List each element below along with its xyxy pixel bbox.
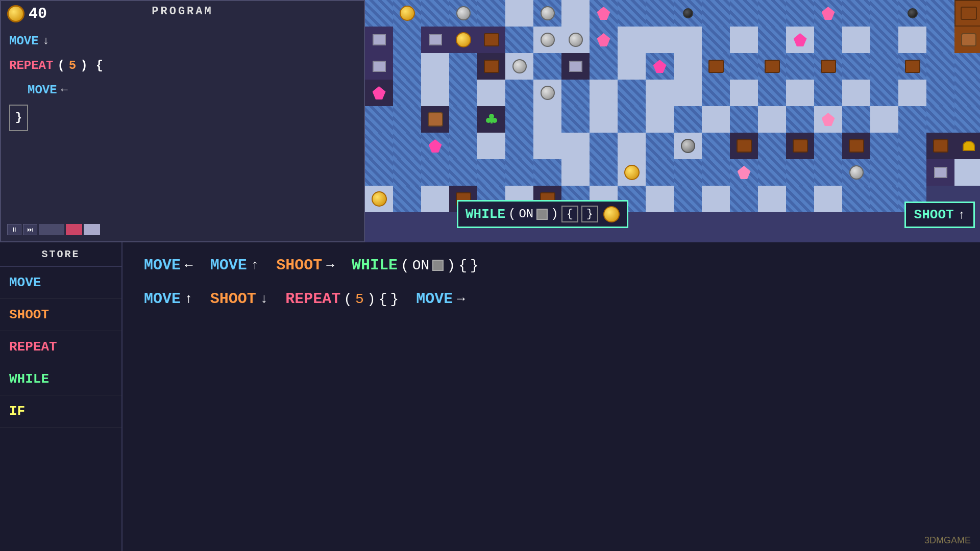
cmd-repeat-5[interactable]: REPEAT ( 5 ) { } [282, 288, 402, 310]
program-panel: 40 PROGRAM MOVE ↓ REPEAT ( 5 ) { MOVE [0, 0, 365, 242]
code-line-3: MOVE ← [28, 78, 103, 103]
shoot-arrow-popup: ↑ [958, 208, 965, 222]
cmd-move-right-arrow: → [457, 291, 465, 307]
cmd-repeat-brace-close: } [390, 291, 399, 307]
while-close-brace-popup[interactable]: } [581, 206, 598, 222]
cmd-repeat-paren-close: ) [367, 291, 376, 307]
program-code: MOVE ↓ REPEAT ( 5 ) { MOVE ← } [9, 29, 103, 131]
code-line-2: REPEAT ( 5 ) { [9, 54, 103, 78]
playback-controls: ⏸ ⏭ [7, 224, 100, 235]
program-header: PROGRAM [1, 1, 364, 22]
progress-bar-gray [39, 224, 64, 235]
cmd-while-on[interactable]: WHILE ( ON ) { } [349, 255, 482, 276]
command-row-2: MOVE ↑ SHOOT ↓ REPEAT ( 5 ) { } [141, 288, 962, 310]
cmd-while-paren-close: ) [447, 258, 455, 273]
cmd-move-up-arrow: ↑ [251, 258, 259, 273]
cmd-repeat-num: 5 [355, 291, 364, 307]
cmd-repeat-paren-open: ( [344, 291, 352, 307]
cmd-repeat-brace-open: { [379, 291, 387, 307]
cmd-while-on-text: ON [412, 258, 430, 273]
arrow-left-1: ← [61, 79, 68, 102]
cmd-move-left-arrow: ← [185, 258, 193, 273]
cmd-while-label: WHILE [352, 257, 398, 274]
close-brace-line: } [9, 105, 103, 131]
cmd-move-up[interactable]: MOVE ↑ [207, 255, 262, 276]
while-coin-icon [603, 206, 620, 222]
cmd-move-right[interactable]: MOVE → [413, 288, 468, 310]
game-map: WHILE ( ON ) { } SHOOT ↑ [365, 0, 980, 242]
svg-rect-4 [491, 120, 493, 123]
progress-bar-light [84, 224, 100, 235]
arrow-down-1: ↓ [43, 30, 50, 53]
while-keyword-popup: WHILE [465, 207, 505, 222]
store-item-repeat[interactable]: REPEAT [0, 331, 121, 363]
command-palette: MOVE ← MOVE ↑ SHOOT → WHILE ( ON [122, 242, 980, 551]
cmd-shoot-right-label: SHOOT [276, 257, 322, 274]
cmd-move-left[interactable]: MOVE ← [141, 255, 196, 276]
while-box-popup [536, 209, 548, 220]
cmd-move-right-label: MOVE [416, 290, 453, 308]
shoot-keyword-popup: SHOOT [914, 207, 954, 222]
bottom-area: STORE MOVE SHOOT REPEAT WHILE IF MOVE ← … [0, 242, 980, 551]
coin-icon [7, 5, 24, 22]
move-keyword-2: MOVE [28, 78, 57, 103]
coin-display: 40 [7, 5, 47, 22]
cmd-while-brace-open: { [458, 258, 467, 273]
cmd-shoot-down-arrow: ↓ [260, 291, 268, 307]
store-sidebar: STORE MOVE SHOOT REPEAT WHILE IF [0, 242, 122, 551]
cmd-shoot-down-label: SHOOT [210, 290, 256, 308]
cmd-move-up-2[interactable]: MOVE ↑ [141, 288, 196, 310]
repeat-keyword: REPEAT [9, 54, 53, 78]
repeat-open-paren: ( [57, 54, 64, 78]
cmd-shoot-right-arrow: → [326, 258, 334, 273]
close-brace-box: } [9, 105, 28, 131]
cmd-while-paren-open: ( [401, 258, 409, 273]
watermark: 3DMGAME [924, 535, 971, 546]
store-header: STORE [0, 242, 121, 267]
skip-button[interactable]: ⏭ [23, 224, 37, 235]
repeat-num: 5 [69, 54, 76, 78]
while-popup[interactable]: WHILE ( ON ) { } [457, 200, 628, 228]
store-item-shoot[interactable]: SHOOT [0, 299, 121, 331]
shoot-popup[interactable]: SHOOT ↑ [904, 202, 975, 228]
repeat-close-paren: ) [80, 54, 87, 78]
code-line-1: MOVE ↓ [9, 29, 103, 54]
cmd-repeat-label: REPEAT [285, 290, 340, 308]
pause-button[interactable]: ⏸ [7, 224, 21, 235]
command-row-1: MOVE ← MOVE ↑ SHOOT → WHILE ( ON [141, 255, 962, 276]
while-close-paren-popup: ) [551, 207, 558, 221]
repeat-open-brace: { [96, 54, 103, 78]
cmd-while-brace-close: } [470, 258, 479, 273]
move-keyword-1: MOVE [9, 29, 39, 54]
cmd-shoot-down[interactable]: SHOOT ↓ [207, 288, 272, 310]
coin-count: 40 [29, 5, 47, 22]
store-item-while[interactable]: WHILE [0, 363, 121, 395]
store-item-if[interactable]: IF [0, 395, 121, 428]
cmd-move-up2-label: MOVE [144, 290, 181, 308]
progress-bar-pink [66, 224, 82, 235]
while-open-brace-popup[interactable]: { [561, 206, 578, 222]
cmd-shoot-right[interactable]: SHOOT → [273, 255, 337, 276]
cmd-while-box [432, 260, 444, 271]
cmd-move-up2-arrow: ↑ [185, 291, 193, 307]
cmd-move-left-label: MOVE [144, 257, 181, 274]
cmd-move-up-label: MOVE [210, 257, 247, 274]
store-item-move[interactable]: MOVE [0, 267, 121, 299]
while-on-popup: ON [519, 207, 533, 221]
while-open-paren-popup: ( [508, 207, 516, 221]
